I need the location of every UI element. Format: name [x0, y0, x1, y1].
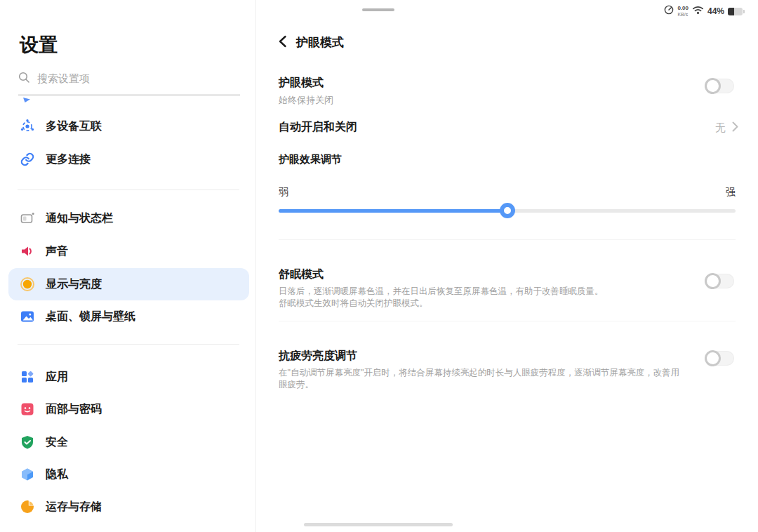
sidebar-item-display-brightness[interactable]: 显示与亮度	[8, 268, 249, 300]
home-indicator[interactable]	[304, 523, 453, 526]
auto-switch-value: 无	[715, 121, 726, 135]
sleep-mode-row: 舒眠模式 日落后，逐渐调暖屏幕色温，并在日出后恢复至原屏幕色温，有助于改善睡眠质…	[279, 267, 686, 310]
search-icon	[18, 72, 30, 86]
brightness-icon	[20, 277, 35, 292]
effect-slider[interactable]	[279, 203, 736, 218]
scrolled-item-fragment-icon	[23, 98, 30, 102]
sleep-mode-desc: 日落后，逐渐调暖屏幕色温，并在日出后恢复至原屏幕色温，有助于改善睡眠质量。 舒眠…	[279, 286, 686, 310]
effect-slider-fill	[279, 209, 507, 213]
back-button[interactable]	[278, 35, 287, 51]
search-placeholder: 搜索设置项	[37, 72, 90, 86]
sidebar-item-label: 声音	[46, 244, 68, 259]
content-divider	[279, 321, 736, 321]
sidebar-item-privacy[interactable]: 隐私	[8, 458, 249, 491]
effect-section-title: 护眼效果调节	[279, 153, 342, 166]
eye-protection-panel: 护眼模式 护眼模式 始终保持关闭 自动开启和关闭 无 护眼效果调节 弱 强 舒眠…	[256, 0, 758, 532]
eye-mode-title: 护眼模式	[279, 76, 672, 91]
storage-pie-icon	[20, 499, 35, 514]
link-icon	[20, 152, 35, 167]
sleep-mode-toggle[interactable]	[706, 274, 734, 288]
chevron-right-icon	[732, 121, 738, 135]
page-title: 设置	[20, 32, 58, 58]
speaker-icon	[20, 244, 35, 259]
sidebar-item-label: 通知与状态栏	[46, 211, 113, 226]
sidebar-item-label: 更多连接	[46, 152, 91, 167]
eye-mode-subtitle: 始终保持关闭	[279, 94, 672, 107]
sidebar-item-multi-device[interactable]: 多设备互联	[8, 110, 249, 142]
sidebar-item-wallpaper[interactable]: 桌面、锁屏与壁纸	[8, 300, 249, 333]
content-divider	[279, 239, 736, 240]
sidebar-item-label: 多设备互联	[46, 119, 102, 134]
sidebar-item-apps[interactable]: 应用	[8, 361, 249, 393]
effect-min-label: 弱	[279, 186, 288, 199]
notification-statusbar-icon	[20, 211, 35, 226]
sidebar-item-label: 桌面、锁屏与壁纸	[46, 310, 135, 324]
wallpaper-icon	[20, 309, 35, 324]
auto-switch-title: 自动开启和关闭	[279, 120, 672, 135]
search-input[interactable]: 搜索设置项	[18, 72, 240, 96]
sidebar-item-label: 安全	[46, 435, 68, 450]
anti-fatigue-row: 抗疲劳亮度调节 在"自动调节屏幕亮度"开启时，将结合屏幕持续亮起的时长与人眼疲劳…	[279, 349, 686, 391]
eye-mode-row: 护眼模式 始终保持关闭	[279, 76, 672, 107]
sidebar-item-label: 显示与亮度	[46, 277, 102, 292]
auto-switch-row[interactable]: 自动开启和关闭	[279, 120, 672, 135]
sidebar-item-more-connections[interactable]: 更多连接	[8, 143, 249, 175]
effect-max-label: 强	[726, 186, 736, 199]
anti-fatigue-title: 抗疲劳亮度调节	[279, 349, 686, 364]
sidebar: 设置 搜索设置项 多设备互联 更多连接 通知与状态	[0, 0, 256, 532]
face-password-icon	[20, 401, 35, 417]
anti-fatigue-toggle[interactable]	[706, 351, 734, 366]
settings-screen: 03:57 0.00 KB/s 44% 设置 搜索设置项 多	[0, 0, 758, 532]
anti-fatigue-desc: 在"自动调节屏幕亮度"开启时，将结合屏幕持续亮起的时长与人眼疲劳程度，逐渐调节屏…	[279, 367, 686, 391]
sidebar-item-storage[interactable]: 运存与存储	[8, 491, 249, 523]
apps-grid-icon	[20, 369, 35, 385]
privacy-cube-icon	[20, 467, 35, 482]
multi-device-icon	[20, 119, 35, 134]
effect-slider-thumb[interactable]	[500, 203, 515, 218]
sidebar-item-notifications[interactable]: 通知与状态栏	[8, 202, 249, 234]
sidebar-item-label: 运存与存储	[46, 500, 102, 514]
sidebar-item-face-password[interactable]: 面部与密码	[8, 393, 249, 425]
sleep-mode-title: 舒眠模式	[279, 267, 686, 282]
sidebar-item-security[interactable]: 安全	[8, 426, 249, 458]
sidebar-item-sound[interactable]: 声音	[8, 235, 249, 267]
eye-mode-toggle[interactable]	[706, 79, 734, 93]
sidebar-item-label: 隐私	[46, 467, 68, 482]
panel-title: 护眼模式	[296, 34, 344, 51]
sidebar-item-label: 面部与密码	[46, 402, 102, 417]
sidebar-divider	[18, 344, 239, 345]
sidebar-divider	[18, 189, 239, 190]
sidebar-item-label: 应用	[46, 370, 68, 385]
shield-check-icon	[20, 434, 35, 450]
